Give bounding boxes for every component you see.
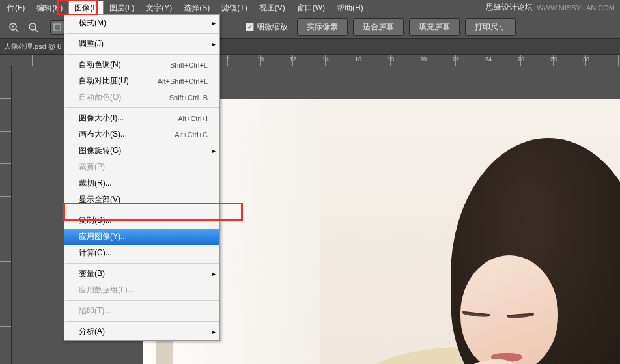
menu-item: 自动颜色(O)Shift+Ctrl+B	[64, 89, 219, 105]
menu-item-label: 图像旋转(G)	[79, 145, 121, 156]
ruler-tick: 26	[518, 56, 524, 63]
menu-item[interactable]: 计算(C)...	[64, 245, 219, 261]
menu-separator	[65, 33, 219, 34]
menu-separator	[65, 210, 219, 210]
svg-rect-7	[54, 24, 61, 31]
document-tab-label: 人像处理.psd @ 6	[4, 42, 61, 51]
ruler-tick: 22	[453, 56, 459, 63]
ruler-tick: 12	[290, 56, 296, 63]
menu-item-9[interactable]: 帮助(H)	[331, 1, 369, 16]
menu-item-label: 模式(M)	[79, 18, 106, 29]
menu-item-label: 裁切(R)...	[79, 178, 112, 189]
watermark-main: 思缘设计论坛	[486, 2, 533, 13]
menu-item-label: 自动对比度(U)	[79, 76, 129, 87]
menu-item-3[interactable]: 图层(L)	[104, 1, 141, 16]
menu-item-label: 画布大小(S)...	[79, 129, 127, 140]
watermark-sub: WWW.MISSYUAN.COM	[537, 4, 615, 12]
menu-separator	[65, 300, 219, 301]
svg-line-5	[35, 29, 38, 32]
separator	[46, 20, 46, 35]
checkbox-checked-icon: ✓	[246, 23, 254, 31]
menu-item-label: 调整(J)	[79, 38, 104, 49]
menu-item: 裁剪(P)	[64, 159, 219, 175]
menu-item-label: 计算(C)...	[79, 247, 112, 259]
menu-item-0[interactable]: 件(F)	[1, 1, 31, 16]
menu-item[interactable]: 画布大小(S)...Alt+Ctrl+C	[64, 126, 219, 143]
menu-item[interactable]: 显示全部(V)	[64, 191, 219, 208]
menu-item-2[interactable]: 图像(I)	[68, 1, 103, 15]
menu-item[interactable]: 变量(B)	[64, 266, 219, 282]
menu-item-label: 图像大小(I)...	[79, 113, 124, 124]
menu-item-6[interactable]: 滤镜(T)	[216, 1, 253, 16]
menu-separator	[65, 54, 219, 55]
menu-separator	[65, 263, 219, 264]
menu-item-shortcut: Shift+Ctrl+B	[169, 94, 208, 102]
menu-item[interactable]: 裁切(R)...	[64, 175, 219, 191]
menu-item-shortcut: Alt+Ctrl+I	[178, 115, 208, 122]
fit-screen-button[interactable]: 适合屏幕	[353, 18, 404, 36]
menu-item-1[interactable]: 编辑(E)	[31, 1, 68, 16]
menu-item-shortcut: Alt+Ctrl+C	[175, 131, 208, 139]
ruler-tick: 30	[583, 56, 589, 63]
ruler-tick: 10	[257, 56, 264, 63]
menu-item-label: 应用图像(Y)...	[79, 231, 127, 242]
menu-item-label: 自动色调(N)	[79, 59, 121, 70]
vertical-ruler	[0, 66, 12, 364]
menu-item-7[interactable]: 视图(V)	[253, 1, 291, 16]
menu-item-label: 陷印(T)...	[79, 305, 111, 316]
menu-item[interactable]: 自动对比度(U)Alt+Shift+Ctrl+L	[64, 73, 219, 89]
ruler-tick: 20	[420, 56, 427, 63]
menu-item[interactable]: 调整(J)	[64, 36, 219, 52]
fill-screen-button[interactable]: 填充屏幕	[409, 18, 460, 36]
image-menu-dropdown: 模式(M)调整(J)自动色调(N)Shift+Ctrl+L自动对比度(U)Alt…	[64, 14, 220, 341]
menu-item[interactable]: 模式(M)	[64, 15, 219, 31]
menu-item[interactable]: 应用图像(Y)...	[64, 229, 219, 245]
photo-person	[379, 158, 620, 364]
menu-item-shortcut: Shift+Ctrl+L	[170, 61, 208, 69]
menu-item[interactable]: 图像大小(I)...Alt+Ctrl+I	[64, 110, 219, 126]
menu-item[interactable]: 自动色调(N)Shift+Ctrl+L	[64, 57, 219, 73]
print-size-button[interactable]: 打印尺寸	[465, 18, 516, 36]
checkbox-label: 细微缩放	[257, 21, 288, 33]
menu-item-label: 变量(B)	[79, 268, 105, 279]
ruler-tick: 24	[485, 56, 492, 63]
menu-item-label: 应用数据组(L)...	[79, 285, 134, 296]
ruler-tick: 8	[226, 56, 229, 63]
menu-item[interactable]: 图像旋转(G)	[64, 143, 219, 159]
menu-item[interactable]: 分析(A)	[64, 324, 219, 340]
menu-item-label: 裁剪(P)	[79, 161, 105, 173]
actual-pixels-button[interactable]: 实际像素	[297, 18, 348, 36]
menu-separator	[65, 321, 219, 322]
watermark: 思缘设计论坛 WWW.MISSYUAN.COM	[486, 2, 615, 13]
svg-line-1	[16, 29, 18, 32]
menu-item-label: 分析(A)	[79, 326, 105, 337]
ruler-tick: 28	[550, 56, 557, 63]
zoom-in-icon[interactable]	[7, 20, 21, 35]
menu-item-5[interactable]: 选择(S)	[178, 1, 216, 16]
menu-item-label: 显示全部(V)	[79, 194, 120, 205]
menu-item-shortcut: Alt+Shift+Ctrl+L	[158, 77, 208, 85]
menu-item-8[interactable]: 窗口(W)	[291, 1, 331, 16]
menu-item-4[interactable]: 文字(Y)	[140, 1, 178, 16]
menu-item[interactable]: 复制(D)...	[64, 212, 219, 229]
menu-item: 陷印(T)...	[64, 303, 219, 319]
ruler-tick: 14	[322, 56, 329, 63]
scrubby-zoom-checkbox[interactable]: ✓ 细微缩放	[246, 21, 288, 33]
menu-item-label: 复制(D)...	[79, 215, 112, 226]
menu-item: 应用数据组(L)...	[64, 282, 219, 298]
resize-windows-button[interactable]	[50, 20, 64, 35]
ruler-tick: 16	[355, 56, 361, 63]
menu-separator	[65, 107, 219, 108]
ruler-tick: 18	[388, 56, 394, 63]
zoom-out-icon[interactable]	[26, 20, 40, 35]
menu-item-label: 自动颜色(O)	[79, 92, 121, 103]
